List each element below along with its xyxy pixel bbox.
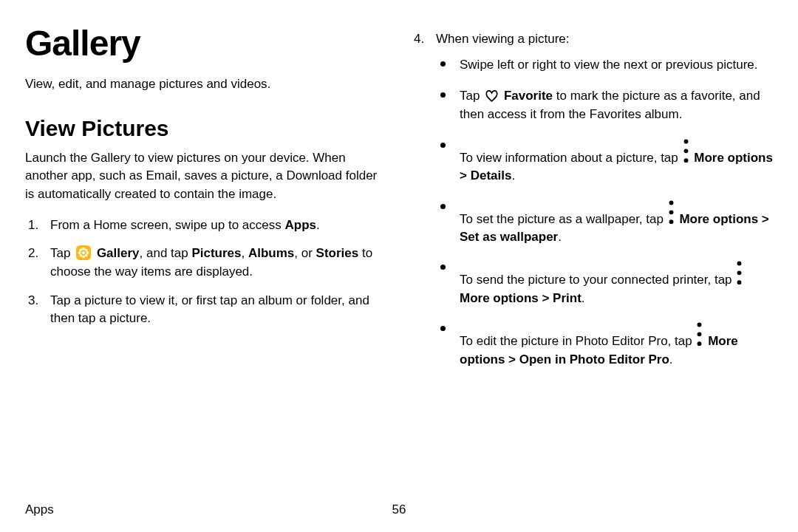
left-column: Gallery View, edit, and manage pictures … xyxy=(25,18,387,382)
step-3: Tap a picture to view it, or first tap a… xyxy=(25,292,387,328)
heart-icon xyxy=(485,89,499,103)
svg-point-12 xyxy=(683,158,688,163)
svg-point-21 xyxy=(698,342,702,347)
wallpaper-label: Set as wallpaper xyxy=(460,230,558,244)
svg-point-2 xyxy=(82,248,85,250)
sep: > xyxy=(505,352,519,366)
text: To edit the picture in Photo Editor Pro,… xyxy=(460,334,695,348)
svg-point-6 xyxy=(80,249,83,252)
sep: > xyxy=(758,211,769,225)
more-options-label: More options xyxy=(679,211,758,225)
step-1: From a Home screen, swipe up to access A… xyxy=(25,216,387,235)
bullet-editor: To edit the picture in Photo Editor Pro,… xyxy=(436,321,773,369)
svg-point-1 xyxy=(82,251,85,254)
sep: > xyxy=(539,291,553,305)
text: . xyxy=(558,230,562,244)
footer-section-name: Apps xyxy=(25,502,54,517)
text: To set the picture as a wallpaper, tap xyxy=(460,211,667,225)
svg-point-8 xyxy=(80,254,83,257)
page-subtitle: View, edit, and manage pictures and vide… xyxy=(25,75,387,94)
bullet-swipe: Swipe left or right to view the next or … xyxy=(436,56,773,75)
section-intro: Launch the Gallery to view pictures on y… xyxy=(25,149,387,204)
svg-point-18 xyxy=(737,281,742,285)
more-options-icon xyxy=(667,199,675,214)
svg-point-16 xyxy=(737,262,742,266)
gallery-label: Gallery xyxy=(97,246,140,260)
text: From a Home screen, swipe up to access xyxy=(50,218,284,232)
svg-point-3 xyxy=(82,256,85,259)
step-2: Tap Gallery, and tap Pictures, Albums, o… xyxy=(25,245,387,281)
print-label: Print xyxy=(553,291,582,305)
svg-point-14 xyxy=(669,210,673,214)
steps-list-left: From a Home screen, swipe up to access A… xyxy=(25,216,387,328)
text: , or xyxy=(294,246,316,260)
text: Tap xyxy=(50,246,74,260)
details-label: Details xyxy=(471,168,512,183)
pictures-label: Pictures xyxy=(191,246,241,260)
viewing-bullets: Swipe left or right to view the next or … xyxy=(436,56,773,369)
text: , and tap xyxy=(140,246,192,260)
right-column: When viewing a picture: Swipe left or ri… xyxy=(411,18,773,382)
more-options-icon xyxy=(695,321,703,335)
svg-point-5 xyxy=(86,251,89,254)
footer-page-number: 56 xyxy=(392,502,406,517)
svg-point-4 xyxy=(78,251,81,254)
bullet-wallpaper: To set the picture as a wallpaper, tap M… xyxy=(436,199,773,247)
more-options-icon xyxy=(682,137,690,152)
svg-point-20 xyxy=(698,332,702,337)
text: . xyxy=(316,218,320,232)
svg-point-10 xyxy=(683,139,688,143)
more-options-icon xyxy=(735,259,743,274)
text: Tap a picture to view it, or first tap a… xyxy=(50,293,369,326)
step-4: When viewing a picture: Swipe left or ri… xyxy=(411,30,773,369)
favorite-label: Favorite xyxy=(504,89,553,103)
svg-point-11 xyxy=(683,149,688,153)
text: Swipe left or right to view the next or … xyxy=(460,58,757,72)
manual-page: Gallery View, edit, and manage pictures … xyxy=(0,0,798,532)
svg-point-17 xyxy=(737,271,742,276)
sep: > xyxy=(460,168,471,183)
more-options-label: More options xyxy=(460,291,539,305)
two-column-layout: Gallery View, edit, and manage pictures … xyxy=(25,18,773,382)
text: To send the picture to your connected pr… xyxy=(460,273,735,287)
text: , xyxy=(242,246,248,260)
svg-point-19 xyxy=(698,323,702,327)
albums-label: Albums xyxy=(248,246,294,260)
text: . xyxy=(582,291,585,305)
editor-label: Open in Photo Editor Pro xyxy=(519,352,669,366)
page-footer: Apps 56 xyxy=(25,502,773,517)
bullet-print: To send the picture to your connected pr… xyxy=(436,259,773,307)
svg-point-7 xyxy=(85,249,88,252)
text: To view information about a picture, tap xyxy=(460,150,682,164)
steps-list-right: When viewing a picture: Swipe left or ri… xyxy=(411,30,773,369)
text: . xyxy=(511,168,515,183)
page-title: Gallery xyxy=(25,18,387,69)
stories-label: Stories xyxy=(316,246,359,260)
text: Tap xyxy=(460,89,483,103)
section-heading: View Pictures xyxy=(25,112,387,145)
text: When viewing a picture: xyxy=(436,32,569,46)
bullet-favorite: Tap Favorite to mark the picture as a fa… xyxy=(436,87,773,123)
gallery-app-icon xyxy=(75,245,92,261)
svg-point-9 xyxy=(85,254,88,257)
more-options-label: More options xyxy=(694,150,773,164)
svg-point-15 xyxy=(669,219,673,224)
bullet-details: To view information about a picture, tap… xyxy=(436,137,773,185)
apps-label: Apps xyxy=(284,218,316,232)
svg-point-13 xyxy=(669,200,673,205)
text: . xyxy=(669,352,673,366)
